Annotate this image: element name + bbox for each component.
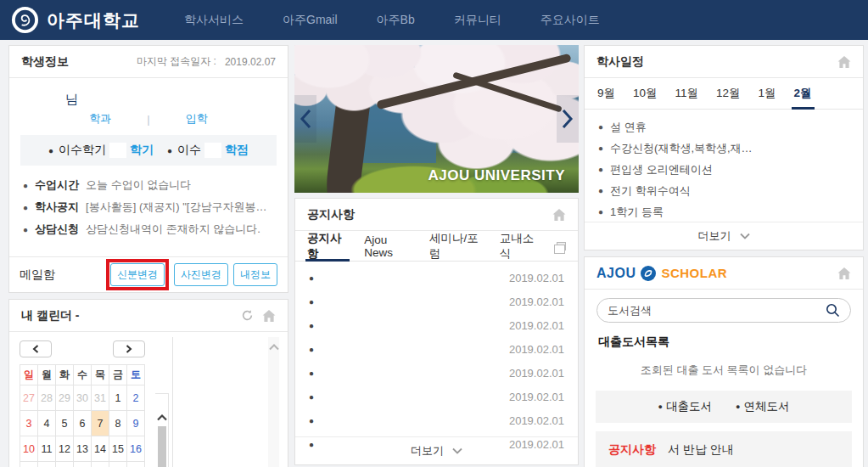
menu-item-community[interactable]: 커뮤니티 [454, 13, 501, 28]
calendar-day[interactable]: 1 [109, 385, 127, 411]
schedule-item-text: 전기 학위수여식 [610, 183, 691, 199]
calendar-day[interactable]: 8 [109, 411, 127, 436]
calendar-day[interactable]: 17 [20, 462, 38, 467]
notice-list-item[interactable]: ●2019.02.01 [309, 266, 564, 290]
schedule-item[interactable]: ●1학기 등록 [598, 201, 849, 222]
calendar-day[interactable]: 18 [38, 462, 56, 467]
library-notice-row[interactable]: 공지사항 서 반납 안내 [596, 431, 852, 467]
open-window-icon[interactable] [557, 242, 566, 250]
loan-empty-message: 조회된 대출 도서 목록이 없습니다 [585, 363, 863, 378]
menu-item-ajou-bb[interactable]: 아주Bb [377, 13, 415, 28]
notice-date: 2019.02.01 [509, 367, 564, 380]
menu-item-major-sites[interactable]: 주요사이트 [540, 13, 600, 28]
calendar-day[interactable]: 9 [127, 411, 145, 436]
calendar-day[interactable]: 12 [56, 436, 74, 462]
overdue-books-link[interactable]: ● 연체도서 [736, 399, 789, 414]
notice-more-button[interactable]: 더보기 [295, 436, 578, 464]
bullet-icon: ● [23, 181, 28, 190]
calendar-day[interactable]: 13 [74, 436, 92, 462]
book-search-input[interactable] [608, 304, 826, 317]
calendar-day[interactable]: 10 [20, 436, 38, 462]
month-tab-feb[interactable]: 2월 [794, 78, 812, 109]
calendar-day[interactable]: 29 [56, 385, 74, 411]
day-header-sat: 토 [127, 365, 145, 385]
admission-link[interactable]: 입학 [186, 111, 208, 127]
calendar-day-today[interactable]: 7 [92, 411, 109, 436]
month-tab-nov[interactable]: 11월 [675, 78, 699, 109]
academic-notice-value[interactable]: [봉사활동] (재공지) "[강남구자원봉사센터]… [86, 200, 274, 215]
home-icon[interactable] [837, 56, 851, 68]
scroll-up-icon[interactable] [157, 414, 167, 421]
calendar-day[interactable]: 14 [92, 436, 109, 462]
calendar-day[interactable]: 11 [38, 436, 56, 462]
change-photo-button[interactable]: 사진변경 [174, 263, 228, 286]
notice-list-item[interactable]: ●2019.02.01 [309, 313, 564, 337]
calendar-day[interactable]: 16 [127, 436, 145, 462]
calendar-day[interactable]: 3 [20, 411, 38, 436]
mailbox-link[interactable]: 메일함 [20, 267, 55, 283]
notice-list-item[interactable]: ●2019.02.01 [309, 290, 564, 313]
month-tab-jan[interactable]: 1월 [759, 78, 776, 109]
home-icon[interactable] [262, 310, 276, 322]
home-icon[interactable] [552, 209, 566, 221]
notice-list-item[interactable]: ●2019.02.01 [309, 337, 564, 361]
tab-seminar-forum[interactable]: 세미나/포럼 [429, 231, 484, 261]
bullet-icon: ● [598, 186, 603, 195]
calendar-day[interactable]: 30 [74, 385, 92, 411]
calendar-day[interactable]: 20 [74, 462, 92, 467]
calendar-day[interactable]: 21 [92, 462, 109, 467]
credits-unit[interactable]: 학점 [225, 143, 249, 158]
my-info-button[interactable]: 내정보 [233, 263, 277, 286]
month-tab-dec[interactable]: 12월 [716, 78, 741, 109]
notice-list-item[interactable]: ●2019.02.01 [309, 385, 564, 408]
borrowed-books-link[interactable]: ● 대출도서 [658, 399, 712, 414]
counsel-request-value: 상담신청내역이 존재하지 않습니다. [86, 222, 260, 237]
schedule-more-button[interactable]: 더보기 [585, 222, 863, 250]
change-status-button[interactable]: 신분변경 [110, 263, 165, 286]
calendar-day[interactable]: 27 [20, 385, 38, 411]
home-icon[interactable] [837, 267, 851, 279]
schedule-item[interactable]: ●수강신청(재학생,복학생,재… [598, 138, 849, 159]
ajou-scholar-logo[interactable]: AJOU SCHOLAR [596, 265, 727, 282]
tab-ajou-news[interactable]: Ajou News [364, 231, 413, 261]
calendar-day[interactable]: 15 [109, 436, 127, 462]
schedule-item[interactable]: ●설 연휴 [598, 116, 849, 138]
calendar-prev-button[interactable] [20, 340, 52, 357]
month-tab-oct[interactable]: 10월 [633, 78, 658, 109]
university-logo[interactable]: 아주대학교 [0, 6, 140, 34]
calendar-day[interactable]: 28 [38, 385, 56, 411]
carousel-prev-button[interactable] [294, 95, 316, 143]
month-tab-sep[interactable]: 9월 [597, 78, 615, 109]
carousel-next-button[interactable] [557, 95, 579, 143]
calendar-day[interactable]: 5 [56, 411, 74, 436]
calendar-day[interactable]: 6 [74, 411, 92, 436]
academic-notice-row[interactable]: ● 학사공지 [봉사활동] (재공지) "[강남구자원봉사센터]… [23, 196, 274, 218]
menu-item-academic-services[interactable]: 학사서비스 [184, 13, 244, 28]
panel-scrollbar[interactable] [268, 337, 279, 467]
scrollbar-thumb[interactable] [158, 426, 166, 467]
calendar-day[interactable]: 22 [109, 462, 127, 467]
tab-campus-news[interactable]: 교내소식 [500, 231, 540, 261]
calendar-day[interactable]: 23 [127, 462, 145, 467]
notice-list-item[interactable]: ●2019.02.01 [309, 408, 564, 432]
schedule-item[interactable]: ●편입생 오리엔테이션 [598, 159, 849, 180]
bullet-icon: ● [658, 402, 663, 411]
menu-item-ajou-gmail[interactable]: 아주Gmail [283, 13, 338, 28]
semesters-unit[interactable]: 학기 [130, 143, 154, 158]
schedule-month-tabs: 9월 10월 11월 12월 1월 2월 [585, 78, 863, 110]
tab-notices[interactable]: 공지사항 [307, 231, 348, 261]
notice-list-item[interactable]: ●2019.02.01 [309, 361, 564, 385]
calendar-day[interactable]: 2 [127, 385, 145, 411]
dept-divider: | [147, 113, 149, 126]
dept-link[interactable]: 학과 [89, 111, 111, 127]
calendar-next-button[interactable] [113, 340, 145, 357]
calendar-scrollbar[interactable] [155, 393, 169, 467]
search-icon[interactable] [826, 303, 840, 318]
photo-caption: AJOU UNIVERSITY [428, 167, 565, 184]
schedule-item[interactable]: ●전기 학위수여식 [598, 180, 849, 201]
refresh-icon[interactable] [241, 309, 254, 322]
calendar-body: 일 월 화 수 목 금 토 27 28 29 30 31 1 [9, 332, 288, 467]
calendar-day[interactable]: 19 [56, 462, 74, 467]
calendar-day[interactable]: 4 [38, 411, 56, 436]
calendar-day[interactable]: 31 [92, 385, 109, 411]
